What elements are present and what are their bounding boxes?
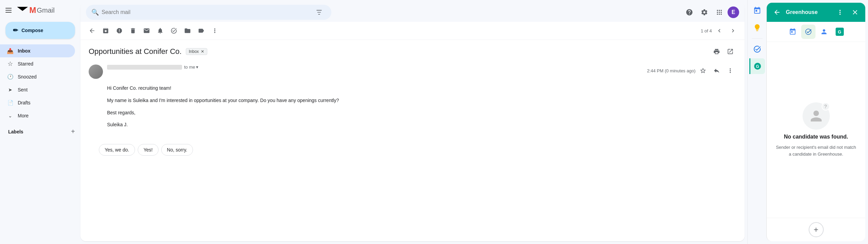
svg-text:G: G	[756, 64, 759, 69]
body-line-2: My name is Suleika and I'm interested in…	[107, 97, 736, 105]
greenhouse-brand-icon-btn[interactable]: G	[833, 25, 847, 39]
settings-button[interactable]	[698, 5, 711, 19]
gmail-logo: M Gmail	[16, 5, 55, 15]
smart-reply-section: Yes, we do. Yes! No, sorry.	[80, 139, 745, 161]
sidebar-item-snoozed[interactable]: 🕐 Snoozed	[0, 70, 75, 83]
prev-email-button[interactable]	[713, 25, 725, 37]
pagination-text: 1 of 4	[701, 28, 712, 33]
sent-label: Sent	[18, 87, 70, 92]
smart-reply-yes-we-do[interactable]: Yes, we do.	[99, 144, 135, 156]
sidebar-item-drafts[interactable]: 📄 Drafts	[0, 96, 75, 109]
keep-app-button[interactable]	[749, 20, 765, 35]
gmail-logo-text: Gmail	[37, 6, 55, 14]
compose-label: Compose	[21, 28, 43, 33]
compose-pencil-icon: ✏	[13, 27, 18, 34]
sidebar-item-more[interactable]: ⌄ More	[0, 109, 75, 122]
greenhouse-app-button[interactable]: G	[749, 58, 765, 74]
archive-button[interactable]	[100, 25, 112, 37]
search-options-button[interactable]	[312, 5, 326, 19]
labels-section: Labels +	[0, 122, 80, 138]
user-avatar[interactable]: E	[728, 6, 739, 18]
report-spam-button[interactable]	[113, 25, 125, 37]
compose-button[interactable]: ✏ Compose	[5, 22, 75, 39]
search-bar-container: 🔍	[80, 3, 745, 22]
message-time: 2:44 PM (0 minutes ago)	[647, 68, 695, 73]
question-badge: ?	[822, 102, 830, 111]
sidebar: M Gmail ✏ Compose 📥 Inbox ☆ Starred 🕐 Sn…	[0, 0, 80, 244]
calendar-app-button[interactable]	[749, 3, 765, 18]
email-subject-row: Opportunities at Conifer Co. Inbox ✕	[89, 45, 736, 58]
labels-title: Labels	[8, 129, 23, 134]
sidebar-item-starred[interactable]: ☆ Starred	[0, 57, 75, 70]
reply-button[interactable]	[710, 64, 723, 77]
starred-icon: ☆	[7, 60, 14, 68]
move-to-button[interactable]	[181, 25, 194, 37]
hamburger-menu-button[interactable]	[5, 6, 14, 14]
greenhouse-close-button[interactable]	[849, 6, 861, 18]
star-message-button[interactable]	[697, 64, 709, 77]
sidebar-item-inbox[interactable]: 📥 Inbox	[0, 44, 75, 57]
sender-row: to me ▾	[107, 64, 643, 70]
side-apps-bar: G	[747, 0, 766, 244]
no-candidate-description: Sender or recipient's email did not matc…	[775, 144, 857, 157]
message-more-button[interactable]	[724, 64, 736, 77]
back-button[interactable]	[86, 25, 98, 37]
delete-button[interactable]	[127, 25, 139, 37]
sidebar-item-sent[interactable]: ➤ Sent	[0, 83, 75, 96]
greenhouse-back-button[interactable]	[771, 6, 783, 18]
main-area: 🔍	[80, 3, 745, 241]
sent-icon: ➤	[7, 87, 14, 92]
label-button[interactable]	[195, 25, 207, 37]
search-input[interactable]	[102, 9, 310, 15]
body-line-3: Best regards,	[107, 109, 736, 117]
tasks-app-button[interactable]	[749, 41, 765, 57]
sender-avatar	[89, 64, 103, 79]
add-to-task-button[interactable]	[168, 25, 180, 37]
add-label-button[interactable]: +	[71, 128, 75, 135]
message-header: to me ▾ 2:44 PM (0 minutes ago)	[89, 64, 736, 79]
print-button[interactable]	[710, 45, 723, 58]
email-toolbar: 1 of 4	[80, 22, 745, 40]
open-in-new-button[interactable]	[724, 45, 736, 58]
email-view: 1 of 4 Opportunities at Conifer Co. Inbo…	[80, 22, 745, 241]
pagination: 1 of 4	[701, 25, 739, 37]
inbox-badge-label: Inbox	[189, 49, 199, 54]
more-actions-button[interactable]	[209, 25, 221, 37]
message-body: Hi Conifer Co. recruiting team! My name …	[89, 84, 736, 129]
snoozed-icon: 🕐	[7, 74, 14, 80]
drafts-label: Drafts	[18, 100, 70, 105]
no-candidate-title: No candidate was found.	[784, 134, 848, 140]
smart-reply-no-sorry[interactable]: No, sorry.	[161, 144, 193, 156]
email-content: Opportunities at Conifer Co. Inbox ✕	[80, 40, 745, 139]
greenhouse-footer: +	[767, 218, 865, 241]
sender-name	[107, 65, 182, 70]
greenhouse-panel: Greenhouse G ? No candidate was foun	[766, 3, 865, 241]
apps-button[interactable]	[713, 5, 726, 19]
email-subject: Opportunities at Conifer Co.	[89, 47, 182, 56]
greenhouse-icon-row: G	[767, 22, 865, 42]
to-me-toggle[interactable]: to me ▾	[184, 64, 198, 70]
help-button[interactable]	[683, 5, 696, 19]
add-candidate-button[interactable]: +	[809, 222, 824, 237]
snoozed-label: Snoozed	[18, 74, 70, 80]
next-email-button[interactable]	[727, 25, 739, 37]
inbox-badge: Inbox ✕	[186, 48, 207, 55]
mark-unread-button[interactable]	[140, 25, 153, 37]
sidebar-header: M Gmail	[0, 3, 80, 19]
greenhouse-tasks-icon-btn[interactable]	[801, 25, 815, 39]
remove-inbox-label-button[interactable]: ✕	[201, 49, 204, 54]
message-actions: 2:44 PM (0 minutes ago)	[647, 64, 736, 77]
greenhouse-header: Greenhouse	[767, 3, 865, 22]
greenhouse-calendar-icon-btn[interactable]	[785, 25, 800, 39]
to-me-chevron-icon: ▾	[196, 64, 198, 70]
greenhouse-no-candidate: ? No candidate was found. Sender or reci…	[767, 42, 865, 218]
more-chevron-icon: ⌄	[7, 113, 14, 118]
apps-divider	[752, 38, 763, 39]
greenhouse-title: Greenhouse	[786, 9, 831, 15]
greenhouse-person-icon-btn[interactable]	[817, 25, 831, 39]
greenhouse-more-button[interactable]	[834, 6, 846, 18]
snooze-button[interactable]	[154, 25, 166, 37]
inbox-icon: 📥	[7, 48, 14, 54]
smart-reply-yes[interactable]: Yes!	[138, 144, 159, 156]
starred-label: Starred	[18, 61, 70, 67]
